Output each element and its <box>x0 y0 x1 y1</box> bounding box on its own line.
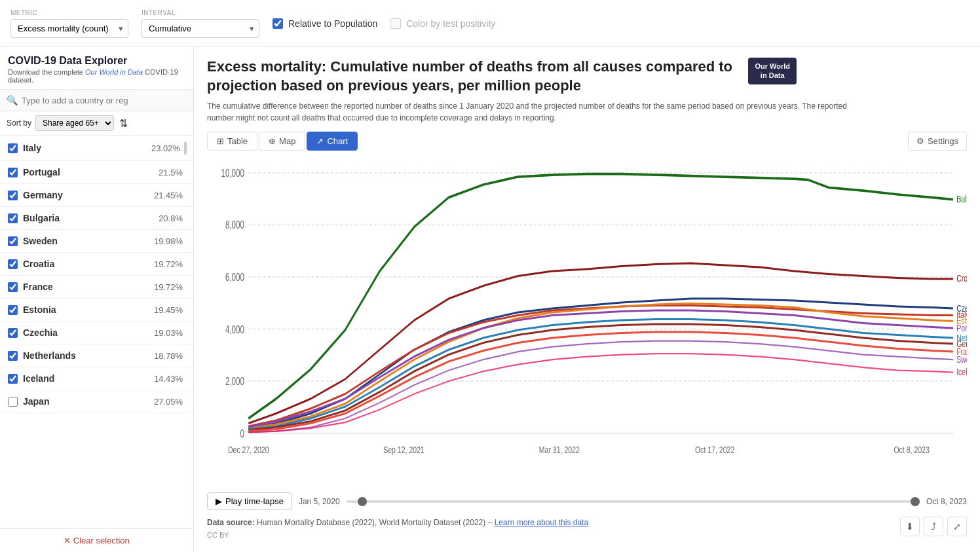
expand-button[interactable]: ⤢ <box>947 517 967 536</box>
list-item[interactable]: France 19.72% <box>0 276 193 299</box>
country-list: Italy 23.02% Portugal 21.5% Germany 21.4… <box>0 136 193 528</box>
data-source-text: Data source: Human Mortality Database (2… <box>207 517 588 542</box>
country-pct: 23.02% <box>151 143 180 153</box>
country-pct: 19.98% <box>154 236 183 246</box>
country-checkbox[interactable] <box>8 168 18 177</box>
clear-selection-button[interactable]: ✕ Clear selection <box>0 528 193 552</box>
list-item[interactable]: Japan 27.05% <box>0 390 193 413</box>
sidebar-header: COVID-19 Data Explorer Download the comp… <box>0 47 193 90</box>
learn-more-link[interactable]: Learn more about this data <box>495 518 588 527</box>
tab-chart[interactable]: ↗Chart <box>307 132 358 151</box>
list-item[interactable]: Sweden 19.98% <box>0 230 193 253</box>
chart-title-row: Excess mortality: Cumulative number of d… <box>207 58 797 95</box>
list-item[interactable]: Netherlands 18.78% <box>0 344 193 367</box>
line-chart: 10,000 8,000 6,000 4,000 2,000 0 Dec 27,… <box>207 153 967 487</box>
list-item[interactable]: Bulgaria 20.8% <box>0 207 193 230</box>
color-positivity-label[interactable]: Color by test positivity <box>406 18 495 29</box>
country-name: Czechia <box>23 327 154 338</box>
svg-text:6,000: 6,000 <box>225 271 244 284</box>
country-name: Croatia <box>23 259 154 269</box>
timeline-slider[interactable] <box>347 500 920 503</box>
search-icon: 🔍 <box>7 95 18 105</box>
interval-group: INTERVAL Cumulative ▾ <box>141 9 259 38</box>
country-checkbox[interactable] <box>8 397 18 407</box>
svg-text:2,000: 2,000 <box>225 375 244 388</box>
play-icon: ▶ <box>216 496 222 506</box>
list-item[interactable]: Italy 23.02% <box>0 136 193 161</box>
scroll-indicator <box>184 141 187 155</box>
country-checkbox[interactable] <box>8 259 18 269</box>
country-name: Sweden <box>23 236 154 246</box>
svg-text:Mar 31, 2022: Mar 31, 2022 <box>539 444 580 455</box>
country-pct: 19.72% <box>154 259 183 269</box>
settings-button[interactable]: ⚙ Settings <box>908 132 967 151</box>
country-checkbox[interactable] <box>8 374 18 384</box>
metric-select[interactable]: Excess mortality (count) <box>10 19 128 38</box>
datasource-text: Human Mortality Database (2022), World M… <box>255 518 493 527</box>
list-item[interactable]: Croatia 19.72% <box>0 253 193 276</box>
sort-icon[interactable]: ⇅ <box>119 117 128 130</box>
country-name: Estonia <box>23 304 154 315</box>
country-checkbox[interactable] <box>8 191 18 200</box>
list-item[interactable]: Iceland 14.43% <box>0 367 193 390</box>
list-item[interactable]: Portugal 21.5% <box>0 161 193 184</box>
svg-text:Oct 8, 2023: Oct 8, 2023 <box>894 444 929 455</box>
download-button[interactable]: ⬇ <box>900 517 920 536</box>
country-checkbox[interactable] <box>8 213 18 223</box>
metric-group: METRIC Excess mortality (count) ▾ <box>10 9 128 38</box>
tab-map[interactable]: ⊕Map <box>259 132 305 151</box>
svg-text:8,000: 8,000 <box>225 219 244 232</box>
gear-icon: ⚙ <box>916 136 924 146</box>
country-checkbox[interactable] <box>8 236 18 246</box>
owid-badge: Our World in Data <box>748 58 797 84</box>
interval-select[interactable]: Cumulative <box>141 19 259 38</box>
country-name: Italy <box>23 143 151 153</box>
country-pct: 27.05% <box>154 397 183 407</box>
svg-text:4,000: 4,000 <box>225 323 244 336</box>
svg-text:10,000: 10,000 <box>221 167 244 179</box>
top-bar: METRIC Excess mortality (count) ▾ INTERV… <box>0 0 980 47</box>
country-pct: 19.03% <box>154 328 183 338</box>
sort-label: Sort by <box>7 119 31 128</box>
color-positivity-group: Color by test positivity <box>390 18 495 29</box>
svg-text:Sep 12, 2021: Sep 12, 2021 <box>383 444 424 455</box>
timeline-start-handle[interactable] <box>358 497 367 506</box>
share-button[interactable]: ⤴ <box>924 517 943 536</box>
relative-population-label[interactable]: Relative to Population <box>288 18 377 29</box>
country-name: France <box>23 282 154 292</box>
search-input[interactable] <box>22 96 187 105</box>
country-checkbox[interactable] <box>8 282 18 292</box>
content-area: Excess mortality: Cumulative number of d… <box>194 47 980 552</box>
country-checkbox[interactable] <box>8 351 18 361</box>
country-checkbox[interactable] <box>8 328 18 338</box>
timeline-end-handle[interactable] <box>911 497 920 506</box>
map-icon: ⊕ <box>269 136 276 146</box>
interval-label: INTERVAL <box>141 9 259 16</box>
settings-label: Settings <box>928 136 958 146</box>
interval-select-wrapper: Cumulative ▾ <box>141 19 259 38</box>
svg-text:0: 0 <box>240 428 244 440</box>
play-timelapse-button[interactable]: ▶ Play time-lapse <box>207 492 292 510</box>
color-positivity-checkbox[interactable] <box>390 18 401 29</box>
svg-text:Dec 27, 2020: Dec 27, 2020 <box>228 444 269 455</box>
list-item[interactable]: Estonia 19.45% <box>0 299 193 322</box>
search-bar: 🔍 <box>0 90 193 111</box>
country-checkbox[interactable] <box>8 305 18 315</box>
metric-select-wrapper: Excess mortality (count) ▾ <box>10 19 128 38</box>
list-item[interactable]: Germany 21.45% <box>0 184 193 207</box>
owid-link[interactable]: Our World in Data <box>85 68 143 76</box>
sort-select[interactable]: Share aged 65+ <box>35 115 114 131</box>
relative-population-checkbox[interactable] <box>273 18 283 29</box>
play-label: Play time-lapse <box>225 496 284 506</box>
country-pct: 18.78% <box>154 351 183 361</box>
action-icons: ⬇ ⤴ ⤢ <box>900 517 967 536</box>
country-name: Japan <box>23 396 154 407</box>
tab-table[interactable]: ⊞Table <box>207 132 257 151</box>
list-item[interactable]: Czechia 19.03% <box>0 322 193 344</box>
chart-icon: ↗ <box>316 136 324 146</box>
country-checkbox[interactable] <box>8 143 18 153</box>
country-name: Iceland <box>23 373 154 384</box>
tab-bar: ⊞Table⊕Map↗Chart ⚙ Settings <box>207 132 967 151</box>
svg-text:Sweden: Sweden <box>956 354 967 365</box>
country-name: Netherlands <box>23 350 154 361</box>
